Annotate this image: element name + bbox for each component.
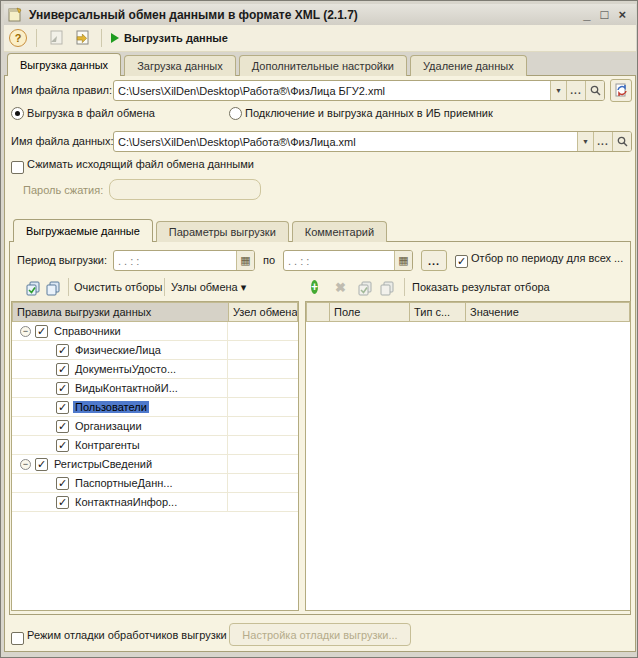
check-all-filters-icon[interactable] (355, 278, 375, 298)
chevron-down-icon: ▾ (241, 281, 247, 293)
reload-icon (614, 83, 629, 98)
row-checkbox[interactable]: ✓ (35, 325, 48, 338)
tab-import-data[interactable]: Загрузка данных (124, 55, 236, 76)
clear-filters-button[interactable]: Очистить отборы (71, 280, 165, 294)
column-header-comparison-type[interactable]: Тип с... (410, 302, 466, 322)
compress-checkbox-icon[interactable]: ✓ (11, 161, 24, 174)
rules-file-browse-button[interactable]: ... (566, 81, 585, 100)
filter-table[interactable]: Поле Тип с... Значение (305, 301, 631, 611)
column-header-field[interactable]: Поле (330, 302, 410, 322)
table-row[interactable]: ✓ФизическиеЛица (12, 341, 298, 360)
period-more-button[interactable]: ... (421, 250, 447, 271)
load-settings-icon[interactable] (46, 28, 66, 48)
debug-mode-checkbox[interactable]: ✓ Режим отладки обработчиков выгрузки (11, 629, 227, 645)
radio-connect-target-icon[interactable] (229, 107, 242, 120)
period-filter-checkbox[interactable]: ✓ Отбор по периоду для всех ... (455, 252, 623, 268)
rule-label: ВидыКонтактнойИ... (73, 382, 180, 394)
column-header-node[interactable]: Узел обмена (229, 302, 298, 322)
collapse-icon[interactable]: − (20, 326, 31, 337)
column-header-rules[interactable]: Правила выгрузки данных (12, 302, 229, 322)
table-row[interactable]: ✓Организации (12, 417, 298, 436)
uncheck-all-filters-icon[interactable] (377, 278, 397, 298)
check-all-icon[interactable] (23, 278, 43, 298)
run-export-button[interactable]: Выгрузить данные (111, 32, 228, 44)
table-row[interactable]: ✓ДокументыУдосто... (12, 360, 298, 379)
title-bar[interactable]: Универсальный обмен данными в формате XM… (4, 4, 636, 25)
period-from-mask: . . : : (114, 255, 236, 267)
export-rules-table[interactable]: Правила выгрузки данных Узел обмена −✓Сп… (11, 301, 299, 611)
data-file-open-icon[interactable] (612, 132, 631, 151)
save-settings-icon[interactable] (72, 28, 92, 48)
row-checkbox[interactable]: ✓ (56, 401, 69, 414)
data-file-browse-button[interactable]: ... (593, 132, 612, 151)
export-period-label: Период выгрузки: (17, 254, 107, 266)
row-checkbox[interactable]: ✓ (56, 382, 69, 395)
add-filter-icon[interactable]: + (311, 280, 318, 294)
rules-file-dropdown-icon[interactable]: ▼ (550, 81, 566, 100)
row-checkbox[interactable]: ✓ (56, 477, 69, 490)
radio-export-to-file[interactable]: Выгрузка в файл обмена (11, 107, 155, 120)
table-row[interactable]: ✓ВидыКонтактнойИ... (12, 379, 298, 398)
window-title: Универсальный обмен данными в формате XM… (29, 8, 358, 22)
exchange-nodes-button[interactable]: Узлы обмена ▾ (168, 280, 249, 295)
table-row[interactable]: −✓РегистрыСведений (12, 455, 298, 474)
period-from-calendar-icon[interactable]: ▦ (236, 251, 254, 270)
table-row[interactable]: ✓ПаспортныеДанн... (12, 474, 298, 493)
delete-filter-icon[interactable]: ✖ (335, 280, 346, 295)
rule-label: КонтактнаяИнфор... (73, 496, 179, 508)
radio-connect-target[interactable]: Подключение и выгрузка данных в ИБ прием… (229, 107, 493, 120)
rule-label: ФизическиеЛица (73, 344, 163, 356)
table-row[interactable]: ✓Пользователи (12, 398, 298, 417)
rule-label: Контрагенты (73, 439, 142, 451)
table-row[interactable]: ✓КонтактнаяИнфор... (12, 493, 298, 512)
toolbar-separator (404, 278, 405, 296)
export-rules-table-header: Правила выгрузки данных Узел обмена (12, 302, 298, 322)
period-to-input[interactable]: . . : : ▦ (283, 250, 413, 271)
table-row[interactable]: ✓Контрагенты (12, 436, 298, 455)
row-checkbox[interactable]: ✓ (35, 458, 48, 471)
rules-file-input[interactable]: C:\Users\XilDen\Desktop\Работа®\ФизЛица … (113, 80, 605, 101)
tab-additional-settings[interactable]: Дополнительные настройки (239, 55, 407, 76)
tab-exported-data[interactable]: Выгружаемые данные (13, 219, 153, 242)
row-checkbox[interactable]: ✓ (56, 439, 69, 452)
rules-file-open-icon[interactable] (585, 81, 604, 100)
minimize-button[interactable]: _ (583, 6, 590, 24)
tab-delete-data[interactable]: Удаление данных (410, 55, 527, 76)
filter-table-body[interactable] (306, 322, 630, 610)
toolbar-separator (164, 278, 165, 296)
tab-comment[interactable]: Комментарий (292, 221, 387, 242)
debug-settings-button[interactable]: Настройка отладки выгрузки... (229, 623, 411, 646)
show-filter-result-button[interactable]: Показать результат отбора (409, 280, 553, 294)
compress-checkbox-label: Сжимать исходящий файл обмена данными (27, 158, 254, 170)
tab-export-data[interactable]: Выгрузка данных (7, 53, 121, 76)
app-window: Универсальный обмен данными в формате XM… (0, 0, 638, 658)
uncheck-all-icon[interactable] (43, 278, 63, 298)
debug-mode-checkbox-icon[interactable]: ✓ (11, 632, 24, 645)
data-file-value: C:\Users\XilDen\Desktop\Работа®\ФизЛица.… (114, 136, 577, 148)
export-rules-table-body[interactable]: −✓Справочники✓ФизическиеЛица✓ДокументыУд… (12, 322, 298, 610)
period-to-calendar-icon[interactable]: ▦ (394, 251, 412, 270)
help-icon[interactable]: ? (9, 29, 27, 47)
column-header-value[interactable]: Значение (466, 302, 630, 322)
row-checkbox[interactable]: ✓ (56, 363, 69, 376)
rule-label: Пользователи (73, 401, 149, 413)
rule-label: РегистрыСведений (52, 458, 154, 470)
row-checkbox[interactable]: ✓ (56, 496, 69, 509)
run-export-label: Выгрузить данные (124, 32, 228, 44)
compression-password-field (109, 179, 261, 200)
table-row[interactable]: −✓Справочники (12, 322, 298, 341)
period-from-input[interactable]: . . : : ▦ (113, 250, 255, 271)
close-button[interactable]: × (618, 6, 626, 24)
tab-export-parameters[interactable]: Параметры выгрузки (156, 221, 289, 242)
reload-rules-button[interactable] (610, 79, 632, 102)
compress-checkbox[interactable]: ✓ Сжимать исходящий файл обмена данными (11, 158, 254, 174)
data-file-input[interactable]: C:\Users\XilDen\Desktop\Работа®\ФизЛица.… (113, 131, 632, 152)
collapse-icon[interactable]: − (20, 459, 31, 470)
column-header-blank[interactable] (306, 302, 330, 322)
radio-export-to-file-icon[interactable] (11, 107, 24, 120)
data-file-dropdown-icon[interactable]: ▼ (577, 132, 593, 151)
maximize-button[interactable]: □ (601, 6, 609, 24)
row-checkbox[interactable]: ✓ (56, 420, 69, 433)
period-filter-checkbox-icon[interactable]: ✓ (455, 255, 468, 268)
row-checkbox[interactable]: ✓ (56, 344, 69, 357)
